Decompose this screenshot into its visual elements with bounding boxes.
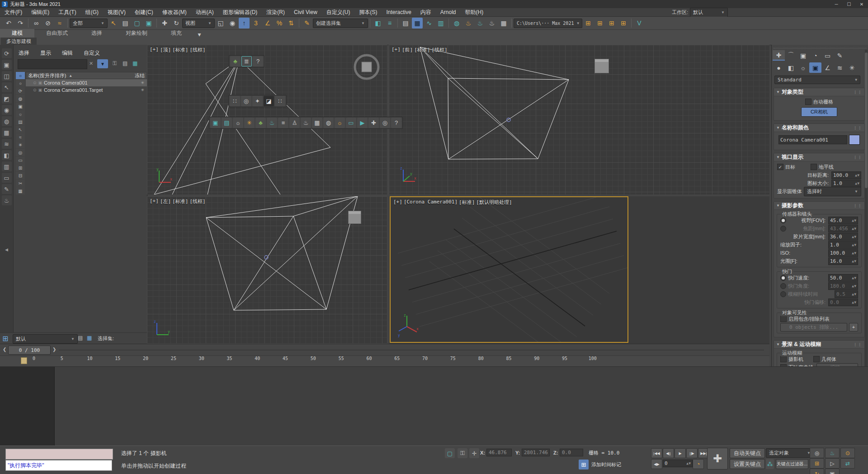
layer-manager-icon[interactable]: ▤ [400, 18, 411, 28]
sun-icon[interactable]: ✳ [244, 118, 255, 128]
viewport-label[interactable]: [标准] [172, 47, 188, 53]
select-and-place-icon[interactable]: ↑ [239, 18, 250, 28]
time-slider-track[interactable] [59, 350, 764, 351]
key-mode-button[interactable]: ◀▶ [651, 459, 662, 469]
menu-item[interactable]: Interactive [382, 8, 415, 16]
horizon-checkbox[interactable] [811, 164, 817, 170]
selection-lock-icon[interactable]: ⚿ [458, 448, 467, 458]
menu-item[interactable]: 编辑(E) [27, 8, 54, 16]
focal-radio[interactable] [780, 226, 786, 232]
display-shapes-icon[interactable]: ▣ [16, 103, 25, 110]
pan-icon[interactable]: ⇄ [840, 458, 855, 469]
viewport-label[interactable]: [线框] [431, 47, 447, 53]
film-icon[interactable]: ▤ [222, 118, 232, 128]
rollout-header[interactable]: ▼景深 & 运动模糊⋮⋮ [774, 341, 864, 349]
key-filters-button[interactable]: 关键点过滤器... [776, 459, 808, 469]
viewport-label[interactable]: [线框] [189, 198, 205, 205]
ribbon-tab[interactable]: 选择 [80, 29, 114, 38]
set-key-big-button[interactable]: ✚ [707, 448, 728, 469]
edit-named-selection-sets-icon[interactable]: ✎ [302, 18, 312, 28]
viewport-label[interactable]: [+] [150, 47, 159, 53]
systems-icon[interactable]: ✳ [846, 62, 858, 73]
figure-icon[interactable]: ♙ [289, 118, 300, 128]
menu-item[interactable]: 帮助(H) [461, 8, 488, 16]
teapot-icon[interactable]: ♨ [301, 118, 311, 128]
display-spacewarps-icon[interactable]: ≈ [16, 133, 25, 141]
angle-snap-icon[interactable]: ∠ [262, 18, 273, 28]
icon-size-field[interactable]: 1.0▲▼ [831, 180, 861, 187]
display-cameras-icon[interactable]: ▤ [16, 118, 25, 125]
relax-tool-icon[interactable]: ≋ [2, 139, 12, 149]
unlink-selection-icon[interactable]: ⊘ [42, 18, 53, 28]
object-color-swatch[interactable] [849, 135, 860, 145]
rendered-frame-icon[interactable]: ♨ [475, 18, 486, 28]
vray-icon[interactable]: V [634, 18, 645, 28]
ribbon-tab[interactable]: 建模 [0, 29, 34, 38]
target-checkbox[interactable]: ✓ [777, 164, 783, 170]
current-frame-field[interactable]: 0▲▼ [663, 460, 693, 467]
viewport-label[interactable]: [前] [402, 47, 413, 53]
pick-parent-icon[interactable]: ▤ [123, 60, 127, 66]
spinner-snap-icon[interactable]: ⇅ [286, 18, 297, 28]
maximize-button[interactable]: ☐ [843, 0, 855, 8]
viewport-label[interactable]: [线框] [189, 47, 205, 53]
go-to-start-button[interactable]: |◀◀ [651, 448, 662, 458]
menu-item[interactable]: 渲染(R) [262, 8, 289, 16]
utilities-tab-icon[interactable]: ✎ [834, 50, 846, 61]
fov-field[interactable]: 45.0▲▼ [828, 217, 858, 224]
shutter-speed-field[interactable]: 50.0▲▼ [828, 274, 858, 282]
lights-icon[interactable]: ☼ [797, 62, 809, 73]
blur-duration-radio[interactable] [780, 291, 786, 297]
menu-item[interactable]: 脚本(S) [354, 8, 382, 16]
film-width-field[interactable]: 36.0▲▼ [828, 233, 858, 241]
list-view-icon[interactable]: ▦ [132, 60, 137, 66]
menu-item[interactable]: 修改器(M) [158, 8, 191, 16]
viewport-camera-quadrant[interactable]: [+][Corona Camera001][标准][默认明暗处理] [389, 196, 769, 344]
add-exclude-button[interactable]: + [849, 323, 858, 332]
maxscript-result[interactable]: "执行脚本完毕" [5, 460, 112, 471]
scrollbar-thumb[interactable] [865, 52, 868, 188]
explorer-menu-item[interactable]: 自定义 [84, 49, 100, 57]
viewcube[interactable] [594, 59, 609, 73]
interactive-render-icon[interactable]: ♨ [267, 118, 277, 128]
selection-filter-icon[interactable]: ▼ [97, 59, 108, 68]
toggle-ribbon-icon[interactable]: ▦ [412, 18, 423, 28]
viewport-label[interactable]: [标准] [414, 47, 430, 53]
select-and-move-icon[interactable]: ✚ [159, 18, 170, 28]
workspace-dropdown[interactable]: 默认▼ [690, 8, 728, 17]
lister-icon[interactable]: ≣ [241, 56, 252, 66]
ribbon-tab[interactable]: 自由形式 [34, 29, 80, 38]
select-and-rotate-icon[interactable]: ↻ [171, 18, 182, 28]
display-lights-icon[interactable]: ☼ [16, 110, 25, 118]
explorer-search-input[interactable] [18, 59, 87, 69]
auto-key-button[interactable]: 自动关键点 [730, 448, 765, 458]
display-all-icon[interactable]: ○ [16, 80, 25, 87]
helpers-icon[interactable]: ∠ [821, 62, 834, 73]
play-icon[interactable]: ▶ [357, 118, 368, 128]
zoom-icon[interactable]: ◎ [810, 448, 824, 458]
material-editor-icon[interactable]: ◍ [451, 18, 462, 28]
rollout-header[interactable]: ▼名称和颜色⋮⋮ [774, 124, 864, 132]
slider-prev-icon[interactable]: ❮ [3, 347, 6, 352]
show-cone-dropdown[interactable]: 选择时▼ [804, 187, 861, 196]
close-button[interactable]: ✕ [855, 0, 868, 8]
eye-icon[interactable]: ◎ [380, 118, 390, 128]
rectangular-selection-region-icon[interactable]: ▢ [132, 18, 142, 28]
star-tool-icon[interactable]: ✦ [252, 96, 263, 106]
cut-icon[interactable]: ✂ [16, 180, 25, 187]
viewcube[interactable] [348, 211, 361, 224]
orbit-tool-icon[interactable]: ◎ [241, 96, 251, 106]
hierarchy-tab-icon[interactable]: ▣ [797, 50, 809, 61]
iso-field[interactable]: 100.0▲▼ [828, 249, 858, 257]
menu-item[interactable]: 视图(V) [103, 8, 130, 16]
align-icon[interactable]: ≡ [384, 18, 395, 28]
explorer-menu-item[interactable]: 编辑 [62, 49, 73, 57]
zoom-factor-field[interactable]: 1.0▲▼ [828, 241, 858, 249]
menu-item[interactable]: 内容 [416, 8, 436, 16]
panel-drag-handle[interactable] [774, 46, 867, 48]
z-field[interactable]: 0.0 [560, 449, 583, 456]
y-field[interactable]: 2801.746 [522, 449, 550, 456]
viewcube-gimbal[interactable] [352, 51, 383, 83]
undo-icon[interactable]: ↶ [3, 18, 14, 28]
display-bone-icon[interactable]: ▭ [16, 156, 25, 164]
